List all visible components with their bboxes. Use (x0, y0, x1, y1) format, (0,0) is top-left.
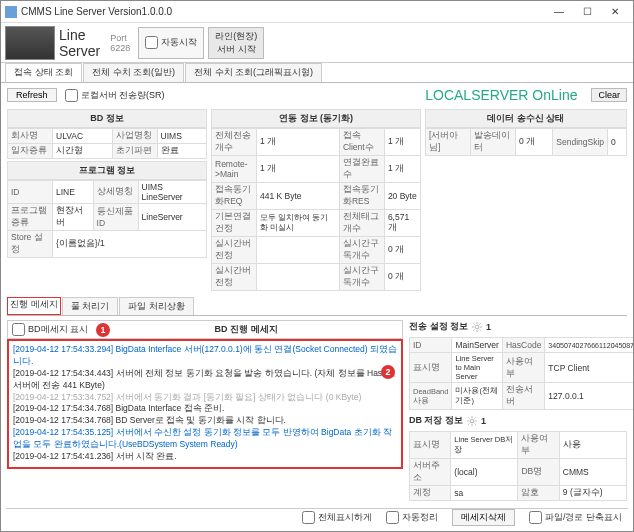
sc-db-v: 미사용(전체기준) (452, 383, 502, 410)
msg-line-1: [2019-04-12 17:54:34.443] 서버에 전체 정보 동기화 … (13, 368, 397, 392)
sc-db-l: DeadBand사용 (410, 383, 452, 410)
message-bar: BD메세지 표시 1 BD 진행 메세지 (7, 320, 403, 339)
minimize-button[interactable]: — (545, 2, 573, 22)
local-send-checkbox[interactable] (65, 89, 78, 102)
prog-detail-val: UIMS LineServer (138, 181, 206, 204)
sc-srv-l: 전송서버 (502, 383, 544, 410)
auto-clean-chk[interactable]: 자동정리 (386, 511, 438, 524)
link-base-val: 모두 일치하여 동기화 미실시 (257, 210, 340, 237)
gear-icon[interactable] (472, 322, 482, 332)
prog-detail-label: 상세명칭 (93, 181, 138, 204)
tab-values-normal[interactable]: 전체 수치 조회(일반) (83, 63, 184, 82)
send-config-count: 1 (486, 322, 491, 332)
prog-header: 프로그램 정보 (7, 161, 207, 180)
gear-icon-2[interactable] (467, 416, 477, 426)
auto-clean-checkbox[interactable] (386, 511, 399, 524)
data-table: [서버아님] 발송데이터 0 개 SendingSkip 0 (425, 128, 627, 156)
tab-values-graphic[interactable]: 전체 수치 조회(그래픽표시형) (185, 63, 322, 82)
show-all-checkbox[interactable] (302, 511, 315, 524)
bd-msg-checkbox[interactable] (12, 323, 25, 336)
titlebar: CMMS Line Server Version1.0.0.0 — ☐ ✕ (1, 1, 633, 23)
toolbar: Refresh 로컬서버 전송량(SR) LOCALSERVER OnLine … (1, 83, 633, 107)
data-srv-label: [서버아님] (426, 129, 471, 156)
sc-use-l: 사용여부 (502, 353, 544, 383)
header: Line Server Port 6228 자동시작 라인(현장) 서버 시작 (1, 23, 633, 63)
sc-use-v: TCP Client (545, 353, 634, 383)
auto-clean-label: 자동정리 (402, 511, 438, 524)
subtab-pool[interactable]: 풀 처리기 (62, 297, 119, 315)
show-all-chk[interactable]: 전체표시하게 (302, 511, 372, 524)
auto-start-button[interactable]: 자동시작 (138, 27, 204, 59)
link-conn-val: 1 개 (384, 156, 420, 183)
prog-pid-val: LineServer (138, 204, 206, 231)
subtab-progress[interactable]: 진행 메세지 (7, 297, 61, 315)
auto-start-checkbox[interactable] (145, 36, 158, 49)
local-send-checkbox-wrap[interactable]: 로컬서버 전송량(SR) (65, 89, 165, 102)
server-start-button[interactable]: 라인(현장) 서버 시작 (208, 27, 264, 59)
bd-msg-checkbox-wrap[interactable]: BD메세지 표시 (12, 323, 88, 336)
send-config-title: 전송 설정 정보 1 (409, 320, 627, 333)
bd-date-val: 시간형 (53, 144, 113, 159)
msg-line-0: [2019-04-12 17:54:33.294] BigData Interf… (13, 344, 397, 368)
subtab-file[interactable]: 파일 처리상황 (119, 297, 194, 315)
svg-point-0 (475, 325, 479, 329)
badge-2: 2 (381, 365, 395, 379)
tab-status[interactable]: 접속 상태 조회 (5, 63, 82, 82)
sc-id-l: ID (410, 338, 452, 353)
data-send-val: 0 개 (516, 129, 553, 156)
db-config-table: 표시명Line Server DB저장사용여부사용 서버주소(local)DB명… (409, 431, 627, 501)
send-config-label: 전송 설정 정보 (409, 320, 468, 333)
prog-type-label: 프로그램증류 (8, 204, 53, 231)
maximize-button[interactable]: ☐ (573, 2, 601, 22)
window-title: CMMS Line Server Version1.0.0.0 (21, 6, 545, 17)
db-pw-l: 암호 (518, 486, 559, 501)
refresh-button[interactable]: Refresh (7, 88, 57, 102)
db-use-v: 사용 (559, 432, 626, 459)
clear-button[interactable]: Clear (591, 88, 627, 102)
bd-init-val: 완료 (157, 144, 206, 159)
data-send-label: 발송데이터 (471, 129, 516, 156)
db-config-label: DB 저장 정보 (409, 414, 463, 427)
link-sub2-label: 실시간구독개수 (339, 264, 384, 291)
db-addr-l: 서버주소 (410, 459, 451, 486)
link-sub1-label: 실시간구독개수 (339, 237, 384, 264)
bd-company-label: 회사명 (8, 129, 53, 144)
bd-msg-label: BD메세지 표시 (28, 323, 88, 336)
db-config-title: DB 저장 정보 1 (409, 414, 627, 427)
close-button[interactable]: ✕ (601, 2, 629, 22)
delete-msg-button[interactable]: 메세지삭제 (452, 509, 515, 526)
prog-table: IDLINE상세명칭UIMS LineServer 프로그램증류현장서버등신제품… (7, 180, 207, 258)
lower-area: BD메세지 표시 1 BD 진행 메세지 2 [2019-04-12 17:54… (1, 316, 633, 505)
link-req-label: 접속동기화REQ (212, 183, 257, 210)
data-header: 데이터 송수신 상태 (425, 109, 627, 128)
prog-store-label: Store 설정 (8, 231, 53, 258)
link-rt1-label: 실시간버전정 (212, 237, 257, 264)
sc-srv-v: 127.0.0.1 (545, 383, 634, 410)
short-path-chk[interactable]: 파일/경로 단축표시 (529, 511, 622, 524)
msg-line-2: [2019-04-12 17:54:34.768] BigData Interf… (13, 403, 397, 415)
db-name-v: Line Server DB저장 (451, 432, 518, 459)
db-addr-v: (local) (451, 459, 518, 486)
db-pw-v: 9 (글자수) (559, 486, 626, 501)
message-column: BD메세지 표시 1 BD 진행 메세지 2 [2019-04-12 17:54… (7, 320, 403, 501)
bd-proj-val: UIMS (157, 129, 206, 144)
link-tag-val: 6,571 개 (384, 210, 420, 237)
prog-store-val: {이름없음}/1 (53, 231, 207, 258)
message-box[interactable]: 2 [2019-04-12 17:54:33.294] BigData Inte… (7, 339, 403, 469)
link-rm-label: Remote->Main (212, 156, 257, 183)
brand: Line Server (59, 27, 100, 59)
link-client-val: 1 개 (384, 129, 420, 156)
db-config-count: 1 (481, 416, 486, 426)
db-name-l: 표시명 (410, 432, 451, 459)
sc-name-v: Line Server to Main Server (452, 353, 502, 383)
port-label: Port (110, 33, 130, 43)
short-path-checkbox[interactable] (529, 511, 542, 524)
auto-start-label: 자동시작 (161, 36, 197, 49)
footer: 전체표시하게 자동정리 메세지삭제 파일/경로 단축표시 (6, 508, 628, 526)
logo-image (5, 26, 55, 60)
link-rm-val: 1 개 (257, 156, 340, 183)
db-use-l: 사용여부 (518, 432, 559, 459)
app-icon (5, 6, 17, 18)
svg-point-1 (470, 419, 474, 423)
db-dbn-v: CMMS (559, 459, 626, 486)
